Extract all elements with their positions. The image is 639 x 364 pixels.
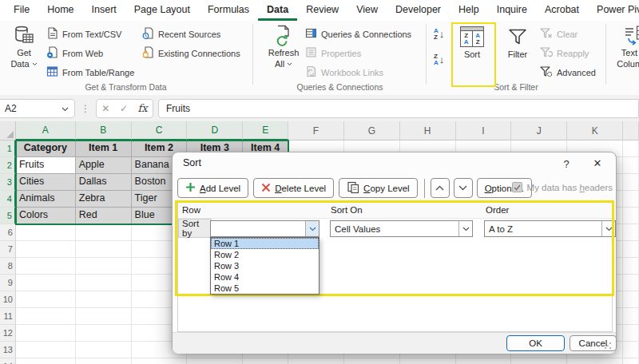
cell-B12[interactable] — [76, 325, 132, 342]
tab-formulas[interactable]: Formulas — [199, 0, 258, 21]
order-dropdown[interactable]: A to Z — [484, 220, 616, 237]
tab-file[interactable]: File — [5, 0, 38, 21]
column-header-G[interactable]: G — [344, 121, 400, 140]
cell-B5[interactable]: Red — [76, 208, 132, 224]
row-header-12[interactable]: 12 — [0, 325, 16, 342]
text-to-columns-button[interactable]: Text to Columns — [610, 23, 639, 69]
cell-A2[interactable]: Fruits — [16, 157, 76, 174]
select-all-corner[interactable] — [0, 121, 16, 140]
existing-connections-button[interactable]: Existing Connections — [142, 46, 240, 61]
tab-inquire[interactable]: Inquire — [488, 0, 536, 21]
dropdown-item-row-5[interactable]: Row 5 — [211, 283, 319, 294]
cell-A9[interactable] — [16, 275, 76, 291]
cell-A10[interactable] — [16, 291, 76, 308]
cell-I14[interactable] — [456, 358, 512, 364]
ok-button[interactable]: OK — [506, 335, 565, 351]
cell-K14[interactable] — [567, 358, 623, 364]
sort-on-dropdown[interactable]: Cell Values — [330, 220, 473, 237]
row-header-10[interactable]: 10 — [0, 291, 16, 308]
cell-B8[interactable] — [76, 258, 132, 275]
tab-developer[interactable]: Developer — [387, 0, 450, 21]
cell-A1[interactable]: Category — [16, 140, 76, 157]
cell-B7[interactable] — [76, 241, 132, 258]
cell-A3[interactable]: Cities — [16, 174, 76, 191]
close-icon[interactable]: ✕ — [590, 157, 605, 169]
properties-button[interactable]: Properties — [305, 46, 361, 61]
row-header-3[interactable]: 3 — [0, 174, 16, 191]
column-header-D[interactable]: D — [187, 121, 243, 140]
from-web-button[interactable]: From Web — [46, 46, 103, 61]
row-header-1[interactable]: 1 — [0, 140, 16, 157]
cell-B4[interactable]: Zebra — [76, 191, 132, 208]
row-header-14[interactable]: 14 — [0, 358, 16, 364]
cell-A14[interactable] — [16, 358, 76, 364]
resize-grip[interactable] — [604, 342, 612, 350]
chevron-down-icon[interactable] — [458, 221, 472, 236]
cell-G14[interactable] — [344, 358, 400, 364]
row-header-8[interactable]: 8 — [0, 258, 16, 275]
filter-button[interactable]: Filter — [499, 25, 536, 60]
column-header-F[interactable]: F — [288, 121, 344, 140]
cell-A7[interactable] — [16, 241, 76, 258]
row-header-11[interactable]: 11 — [0, 308, 16, 325]
recent-sources-button[interactable]: Recent Sources — [142, 26, 220, 42]
row-header-5[interactable]: 5 — [0, 208, 16, 224]
confirm-entry-icon[interactable]: ✓ — [120, 103, 128, 114]
chevron-down-icon[interactable] — [601, 221, 615, 236]
my-data-has-headers-checkbox[interactable]: My data has headers — [512, 182, 613, 192]
reapply-filter-button[interactable]: Reapply — [540, 46, 589, 61]
row-header-2[interactable]: 2 — [0, 157, 16, 174]
row-header-7[interactable]: 7 — [0, 241, 16, 258]
delete-level-button[interactable]: Delete Level — [253, 178, 334, 198]
column-header-H[interactable]: H — [400, 121, 456, 140]
cell-A6[interactable] — [16, 224, 76, 241]
cell-A12[interactable] — [16, 325, 76, 342]
cell-B10[interactable] — [76, 291, 132, 308]
row-header-4[interactable]: 4 — [0, 191, 16, 208]
column-header-C[interactable]: C — [132, 121, 188, 140]
cell-B2[interactable]: Apple — [76, 157, 132, 174]
column-header-K[interactable]: K — [567, 121, 623, 140]
name-box[interactable]: A2 — [0, 99, 75, 118]
copy-level-button[interactable]: Copy Level — [339, 178, 418, 198]
dropdown-item-row-3[interactable]: Row 3 — [211, 260, 319, 271]
row-header-9[interactable]: 9 — [0, 275, 16, 291]
dropdown-item-row-1[interactable]: Row 1 — [211, 238, 319, 249]
cell-A11[interactable] — [16, 308, 76, 325]
cell-E14[interactable] — [243, 358, 288, 364]
tab-page-layout[interactable]: Page Layout — [125, 0, 199, 21]
tab-view[interactable]: View — [347, 0, 387, 21]
queries-connections-button[interactable]: Queries & Connections — [305, 26, 411, 42]
tab-help[interactable]: Help — [450, 0, 488, 21]
formula-input[interactable]: Fruits — [158, 99, 639, 118]
from-text-csv-button[interactable]: From Text/CSV — [46, 26, 121, 42]
from-table-range-button[interactable]: From Table/Range — [46, 65, 134, 81]
clear-filter-button[interactable]: Clear — [540, 26, 577, 42]
sort-ascending-button[interactable]: AZ↓ — [434, 28, 444, 40]
cell-A4[interactable]: Animals — [16, 191, 76, 208]
add-level-button[interactable]: Add Level — [177, 178, 248, 198]
help-button[interactable]: ? — [560, 158, 573, 170]
get-data-button[interactable]: Get Data — [5, 23, 43, 69]
move-down-button[interactable] — [454, 178, 473, 198]
column-header-J[interactable]: J — [511, 121, 567, 140]
tab-insert[interactable]: Insert — [83, 0, 125, 21]
column-header-B[interactable]: B — [76, 121, 132, 140]
tab-data[interactable]: Data — [258, 0, 297, 21]
cell-H14[interactable] — [400, 358, 456, 364]
advanced-filter-button[interactable]: Advanced — [540, 65, 596, 81]
cell-B14[interactable] — [76, 358, 132, 364]
tab-home[interactable]: Home — [38, 0, 82, 21]
cell-B1[interactable]: Item 1 — [76, 140, 132, 157]
cell-A5[interactable]: Colors — [16, 208, 76, 224]
insert-function-icon[interactable]: fx — [138, 102, 148, 114]
cell-D14[interactable] — [187, 358, 243, 364]
cell-F14[interactable] — [288, 358, 344, 364]
dropdown-item-row-2[interactable]: Row 2 — [211, 249, 319, 260]
sort-descending-button[interactable]: ZA↓ — [434, 53, 444, 65]
sort-by-dropdown[interactable] — [210, 220, 320, 237]
cell-B13[interactable] — [76, 342, 132, 358]
row-header-6[interactable]: 6 — [0, 224, 16, 241]
column-header-E[interactable]: E — [243, 121, 288, 140]
cell-J14[interactable] — [511, 358, 567, 364]
